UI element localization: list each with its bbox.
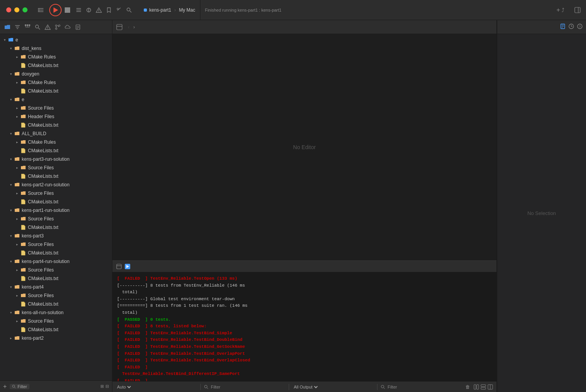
filter-tag[interactable]: Filter [10,384,29,389]
tree-item-source-files-6[interactable]: Source Files [0,266,112,274]
tree-item-cmakelists-1[interactable]: CMakeLists.txt [0,61,112,70]
search-icon[interactable] [33,23,42,31]
tree-arrow-source-files-4 [14,216,20,222]
maximize-button[interactable] [22,7,28,12]
file-icon-cmakelists-6 [20,199,26,205]
tree-item-cmakelists-3[interactable]: CMakeLists.txt [0,121,112,129]
tree-item-e-sub[interactable]: e [0,95,112,104]
tree-item-cmake-rules-1[interactable]: CMake Rules [0,53,112,61]
tree-item-cmakelists-4[interactable]: CMakeLists.txt [0,146,112,155]
tree-item-all-build[interactable]: ALL_BUILD [0,129,112,138]
tree-item-cmakelists-10[interactable]: CMakeLists.txt [0,300,112,308]
nav-back-button[interactable]: ‹ [126,24,131,31]
bookmark-icon[interactable] [105,6,113,14]
sidebar-bottom-icon1[interactable]: ⊞ [100,384,104,389]
tree-item-cmakelists-8[interactable]: CMakeLists.txt [0,249,112,257]
minimize-button[interactable] [14,7,19,12]
history-icon[interactable] [568,23,574,31]
tree-label-source-files-3: Source Files [28,191,54,196]
tree-item-source-files-7[interactable]: Source Files [0,291,112,300]
tree-item-kens-part1-run[interactable]: kens-part1-run-solution [0,206,112,215]
tree-arrow-e-root [2,37,8,43]
hierarchy-icon[interactable] [23,23,32,31]
sidebar-toggle-icon[interactable] [37,6,45,14]
tree-item-kens-part4-run[interactable]: kens-part4-run-solution [0,257,112,266]
split-icon3[interactable] [487,384,493,390]
file-icon-e-sub [14,96,20,103]
breakpoints-icon[interactable] [75,6,83,14]
tree-item-kens-all-run[interactable]: kens-all-run-solution [0,308,112,317]
tree-arrow-source-files-8 [14,318,20,324]
folder-icon-toolbar[interactable] [3,23,12,31]
tree-item-cmake-rules-3[interactable]: CMake Rules [0,138,112,146]
output-select[interactable]: All Output [292,384,319,390]
tab-icon [144,9,147,12]
active-tab[interactable]: kens-part1 › My Mac [139,0,200,20]
find-icon[interactable] [125,6,133,14]
git-icon[interactable] [53,23,62,31]
report-icon[interactable] [74,23,82,31]
tree-item-doxygen[interactable]: doxygen [0,70,112,78]
nav-forward-button[interactable]: › [132,24,136,31]
warning-sidebar-icon[interactable] [43,23,52,31]
toggle-panel-icon[interactable] [115,23,123,31]
add-button[interactable]: + [3,383,7,390]
tree-item-source-files-3[interactable]: Source Files [0,189,112,198]
tree-item-kens-part3-run[interactable]: kens-part3-run-solution [0,155,112,163]
cloud-icon[interactable] [64,23,72,31]
tree-item-cmakelists-6[interactable]: CMakeLists.txt [0,198,112,206]
tree-item-source-files-1[interactable]: Source Files [0,104,112,112]
tree-item-source-files-4[interactable]: Source Files [0,215,112,223]
file-inspector-icon[interactable] [560,23,566,31]
help-icon[interactable]: ? [577,23,583,31]
tree-label-e-root: e [16,37,18,43]
tag-icon[interactable] [115,6,123,14]
file-icon-doxygen [14,71,20,77]
tree-item-kens-part4[interactable]: kens-part4 [0,283,112,291]
clear-output-button[interactable]: 🗑 [465,384,470,390]
tree-label-header-files-1: Header Files [28,114,54,119]
terminal-run-button[interactable] [125,264,130,269]
tree-item-cmake-rules-2[interactable]: CMake Rules [0,78,112,87]
tree-item-kens-part2[interactable]: kens-part2 [0,334,112,342]
sidebar-bottom-icon2[interactable]: ⊟ [105,384,109,389]
tree-item-source-files-2[interactable]: Source Files [0,163,112,172]
terminal-collapse-icon[interactable] [115,263,122,270]
tree-item-dist_kens[interactable]: dist_kens [0,44,112,53]
filter-icon[interactable] [13,23,22,31]
terminal-output[interactable]: [ FAILED ] TestEnv_Reliable.TestOpen (13… [112,272,496,381]
tab-return-icon[interactable]: ⤴ [562,7,564,13]
filter-icon-terminal2 [381,385,385,389]
tree-item-kens-part3[interactable]: kens-part3 [0,232,112,240]
file-icon-cmake-rules-1 [20,54,26,60]
terminal-line: TestEnv_Reliable.TestBind_DifferentIP_Sa… [117,371,492,378]
tree-item-cmakelists-7[interactable]: CMakeLists.txt [0,223,112,232]
tree-label-kens-part4-run: kens-part4-run-solution [22,259,69,264]
split-icon2[interactable] [480,384,486,390]
auto-select[interactable]: Auto [115,384,132,390]
file-icon-kens-part2-run [14,182,20,188]
tree-item-source-files-8[interactable]: Source Files [0,317,112,325]
scheme-icon[interactable] [85,6,93,14]
tree-item-kens-part2-run[interactable]: kens-part2-run-solution [0,181,112,189]
run-button[interactable] [49,4,62,16]
tree-item-cmakelists-11[interactable]: CMakeLists.txt [0,325,112,334]
tree-item-cmakelists-2[interactable]: CMakeLists.txt [0,87,112,95]
svg-rect-49 [477,385,479,389]
close-button[interactable] [6,7,11,12]
tree-item-e-root[interactable]: e [0,36,112,44]
tree-item-header-files-1[interactable]: Header Files [0,112,112,121]
file-icon-source-files-5 [20,241,26,248]
panel-toggle-icon[interactable] [574,6,581,14]
add-tab-button[interactable]: + [557,7,560,13]
stop-button[interactable] [65,7,70,13]
split-icon1[interactable] [473,384,479,390]
tree-item-cmakelists-9[interactable]: CMakeLists.txt [0,274,112,283]
tree-label-kens-part3-run: kens-part3-run-solution [22,156,69,162]
tree-label-dist_kens: dist_kens [22,46,41,51]
tree-item-cmakelists-5[interactable]: CMakeLists.txt [0,172,112,181]
tree-arrow-cmake-rules-1 [14,54,20,60]
warning-icon[interactable] [95,6,103,14]
tree-item-source-files-5[interactable]: Source Files [0,240,112,249]
svg-text:?: ? [579,25,581,29]
